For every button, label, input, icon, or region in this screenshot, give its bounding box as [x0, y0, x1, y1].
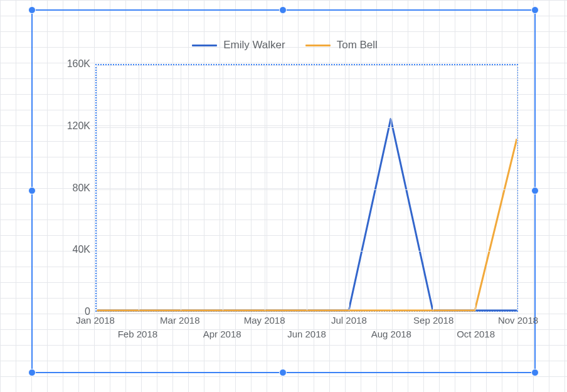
- y-tick-label: 0: [62, 306, 90, 317]
- x-tick-label: Apr 2018: [203, 329, 241, 339]
- y-tick-label: 120K: [62, 120, 90, 132]
- gridline-v: [475, 65, 475, 310]
- plot-wrap: Jan 2018Feb 2018Mar 2018Apr 2018May 2018…: [77, 61, 518, 337]
- legend-item-0: Emily Walker: [192, 39, 285, 51]
- gridline-v: [391, 65, 391, 310]
- resize-handle-bot-right[interactable]: [531, 369, 539, 376]
- x-tick-label: Aug 2018: [371, 329, 411, 339]
- gridline-v: [307, 65, 307, 310]
- legend-label-1: Tom Bell: [337, 39, 378, 51]
- resize-handle-mid-left[interactable]: [28, 187, 36, 194]
- x-tick-label: Sep 2018: [413, 315, 453, 326]
- gridline-v: [349, 65, 349, 310]
- gridline-v: [181, 65, 181, 310]
- resize-handle-bot-left[interactable]: [28, 369, 36, 376]
- x-axis-labels: Jan 2018Feb 2018Mar 2018Apr 2018May 2018…: [95, 315, 518, 346]
- gridline-v: [223, 65, 223, 310]
- gridline-v: [97, 65, 97, 310]
- x-tick-label: Jun 2018: [287, 329, 326, 339]
- y-tick-label: 160K: [62, 58, 90, 70]
- resize-handle-top-mid[interactable]: [279, 6, 287, 14]
- y-tick-label: 80K: [62, 183, 90, 194]
- legend-label-0: Emily Walker: [223, 39, 285, 51]
- gridline-h: [97, 313, 517, 314]
- chart-legend: Emily Walker Tom Bell: [39, 17, 531, 61]
- resize-handle-mid-right[interactable]: [531, 187, 539, 194]
- gridline-v: [139, 65, 139, 310]
- legend-item-1: Tom Bell: [305, 39, 378, 51]
- legend-swatch-0: [192, 45, 217, 46]
- resize-handle-top-right[interactable]: [531, 6, 539, 14]
- chart-container[interactable]: Emily Walker Tom Bell Jan 2018Feb 2018Ma…: [39, 17, 531, 368]
- legend-swatch-1: [305, 45, 331, 46]
- x-tick-label: May 2018: [244, 315, 285, 326]
- x-tick-label: Mar 2018: [160, 315, 199, 326]
- x-tick-label: Jul 2018: [331, 315, 367, 326]
- gridline-v: [433, 65, 433, 310]
- gridline-v: [265, 65, 265, 310]
- x-tick-label: Oct 2018: [457, 329, 495, 339]
- y-tick-label: 40K: [62, 244, 90, 255]
- gridline-v: [517, 65, 517, 310]
- x-tick-label: Feb 2018: [118, 329, 157, 339]
- resize-handle-top-left[interactable]: [28, 6, 36, 14]
- resize-handle-bot-mid[interactable]: [279, 369, 287, 376]
- chart-selection-frame[interactable]: Emily Walker Tom Bell Jan 2018Feb 2018Ma…: [31, 9, 536, 373]
- plot-area: [95, 64, 518, 312]
- x-tick-label: Nov 2018: [498, 315, 538, 326]
